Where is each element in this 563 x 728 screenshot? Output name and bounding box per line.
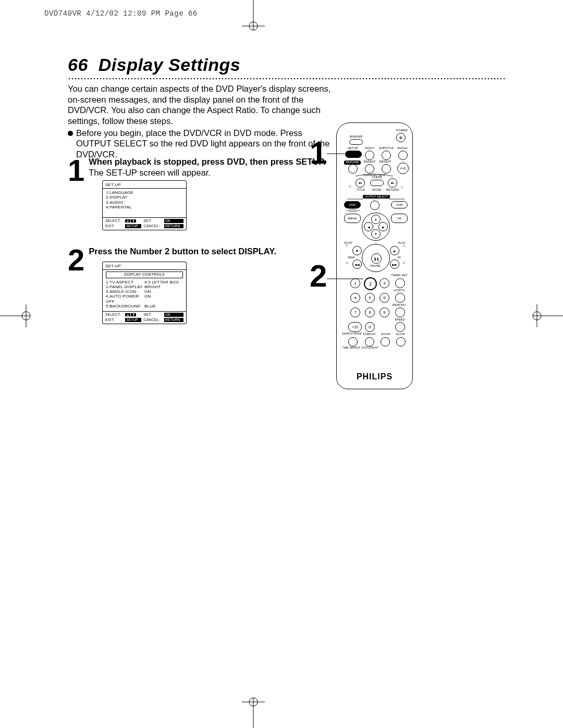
osd1-arrows-icon: ▲▼ bbox=[125, 219, 141, 223]
numpad-9-button[interactable]: 9 bbox=[380, 307, 389, 317]
numpad-7-button[interactable]: 7 bbox=[350, 307, 360, 317]
dvd-button[interactable]: DVD bbox=[344, 201, 361, 208]
searchmode-label: SEARCH MODE bbox=[342, 333, 362, 336]
osd1-item: 3.AUDIO bbox=[106, 200, 183, 205]
numpad-5-button[interactable]: 5 bbox=[365, 293, 375, 303]
osd2-cancel-label: CANCEL: bbox=[143, 318, 162, 322]
skip-prev-button[interactable]: ⏮ bbox=[356, 178, 365, 188]
brand-logo: PHILIPS bbox=[337, 372, 412, 381]
step-1: 1 When playback is stopped, press DVD, t… bbox=[68, 155, 328, 182]
play-button[interactable]: ▶ bbox=[390, 246, 399, 255]
osd1-setup-key: SETUP bbox=[125, 224, 141, 228]
skip-prev-v-icon: ▽ bbox=[346, 186, 354, 189]
zoom-label: ZOOM bbox=[380, 333, 392, 336]
osd-display-controls-screen: SET-UP DISPLAY CONTROLS 1.TV ASPECT4:3 L… bbox=[102, 262, 187, 324]
osd-setup-screen: SET-UP 1.LANGUAGE 2.DISPLAY 3.AUDIO 4.PA… bbox=[102, 180, 187, 230]
step-1-bold: When playback is stopped, press DVD, the… bbox=[89, 157, 326, 166]
osd2-row-l: 3.ANGLE ICON bbox=[106, 289, 144, 294]
step-2-bold: Press the Number 2 button to select DISP… bbox=[89, 246, 276, 256]
audio-button[interactable] bbox=[365, 151, 374, 160]
osd2-title: SET-UP bbox=[103, 262, 186, 270]
ab-button[interactable]: A-B bbox=[397, 163, 409, 174]
display-label: DISPLAY bbox=[362, 333, 377, 336]
speed-label: SPEED bbox=[393, 318, 407, 322]
timer-set-button[interactable] bbox=[395, 278, 405, 288]
dpad-left-button[interactable]: ◀ bbox=[364, 222, 373, 231]
numpad-0-button[interactable]: 0 bbox=[365, 322, 375, 332]
step-1-number: 1 bbox=[68, 158, 84, 182]
callout-line-2 bbox=[327, 268, 363, 289]
osd2-row-l: 1.TV ASPECT bbox=[106, 280, 144, 285]
numpad-4-button[interactable]: 4 bbox=[350, 293, 360, 303]
osd2-row-l: 5.BACKGROUND bbox=[106, 304, 144, 309]
crop-mark-left bbox=[0, 300, 31, 331]
subtitle-button[interactable] bbox=[382, 151, 391, 160]
step-1-text: When playback is stopped, press DVD, the… bbox=[89, 155, 328, 182]
return-label: RETURN bbox=[386, 189, 399, 192]
dpad-right-button[interactable]: ▶ bbox=[378, 222, 388, 231]
numpad-3-button[interactable]: 3 bbox=[380, 278, 389, 288]
osd1-item: 2.DISPLAY bbox=[106, 195, 183, 200]
numpad-2-button[interactable]: 2 bbox=[364, 277, 377, 290]
clear-button[interactable] bbox=[370, 180, 384, 186]
osd2-row-l: 2.PANEL DISPLAY bbox=[106, 285, 144, 289]
dpad-up-button[interactable]: ▲ bbox=[371, 215, 381, 224]
status-exit-label: STATUS/EXIT bbox=[360, 347, 381, 350]
remote-control: POWER ⏻ MARKER SETUP AUDIO SUBTITLE ANGL… bbox=[336, 122, 412, 389]
menu-button[interactable]: MENU bbox=[344, 214, 361, 223]
speed-button[interactable] bbox=[395, 322, 405, 332]
skip-next-button[interactable]: ⏭ bbox=[388, 178, 397, 188]
slow-label: SLOW bbox=[394, 333, 407, 336]
rew-label: REW bbox=[346, 256, 357, 260]
osd2-subtitle: DISPLAY CONTROLS bbox=[106, 272, 183, 278]
osd1-ok-key: OK bbox=[164, 219, 183, 223]
osd2-row-r: ON bbox=[144, 294, 183, 303]
pause-button[interactable]: ❚❚ bbox=[371, 253, 382, 264]
ok-button[interactable]: OK bbox=[391, 214, 408, 223]
time-search-label: TIME SEARCH bbox=[341, 347, 362, 350]
osd1-select-label: SELECT: bbox=[105, 219, 123, 223]
memory-button[interactable] bbox=[395, 307, 405, 317]
title-label: TITLE bbox=[356, 189, 366, 192]
repeat-label: REPEAT bbox=[363, 161, 376, 164]
crop-mark-right bbox=[532, 300, 563, 331]
marker-label: MARKER bbox=[348, 135, 364, 139]
audio-label: AUDIO bbox=[363, 147, 376, 150]
setup-button[interactable] bbox=[345, 151, 362, 158]
play-v-icon: △ bbox=[401, 244, 408, 248]
searchmode-button[interactable] bbox=[348, 337, 358, 347]
vcr-tv-button[interactable] bbox=[395, 293, 405, 303]
osd2-arrows-icon: ▲▼ bbox=[125, 313, 141, 317]
numpad-6-button[interactable]: 6 bbox=[380, 293, 389, 303]
numpad-8-button[interactable]: 8 bbox=[365, 307, 375, 317]
ff-button[interactable]: ▶▶ bbox=[390, 260, 399, 269]
osd2-exit-label: EXIT: bbox=[105, 318, 123, 322]
repeat-ab-button[interactable] bbox=[382, 164, 391, 174]
output-select-button[interactable] bbox=[370, 201, 380, 210]
resume-button[interactable] bbox=[348, 164, 358, 174]
clear-label: CLEAR bbox=[371, 176, 383, 179]
osd2-body: 1.TV ASPECT4:3 LETTER BOX 2.PANEL DISPLA… bbox=[103, 278, 186, 311]
osd2-footer: SELECT: ▲▼ SET: OK EXIT: SETUP CANCEL: R… bbox=[103, 311, 186, 324]
osd1-item: 4.PARENTAL bbox=[106, 205, 183, 209]
osd1-item: 1.LANGUAGE bbox=[106, 190, 183, 195]
marker-button[interactable] bbox=[349, 139, 363, 145]
zoom-button[interactable] bbox=[381, 337, 390, 347]
osd2-set-label: SET: bbox=[143, 313, 162, 317]
angle-button[interactable] bbox=[398, 151, 408, 160]
slow-button[interactable] bbox=[396, 337, 406, 347]
osd2-return-key: RETURN bbox=[164, 318, 183, 322]
osd1-body: 1.LANGUAGE 2.DISPLAY 3.AUDIO 4.PARENTAL bbox=[103, 189, 186, 217]
osd1-cancel-label: CANCEL: bbox=[143, 224, 162, 228]
rew-button[interactable]: ◀◀ bbox=[352, 260, 362, 269]
dpad-down-button[interactable]: ▼ bbox=[371, 229, 381, 239]
display-button[interactable] bbox=[365, 337, 374, 347]
stop-button[interactable]: ■ bbox=[352, 246, 362, 255]
osd2-row-r: BRIGHT bbox=[144, 285, 183, 289]
vcr-button[interactable]: VCR bbox=[391, 201, 408, 208]
osd2-row-r: 4:3 LETTER BOX bbox=[144, 280, 183, 285]
osd1-return-key: RETURN bbox=[164, 224, 183, 228]
repeat-button[interactable] bbox=[365, 164, 374, 174]
numpad-plus10-button[interactable]: +10 bbox=[348, 322, 362, 332]
power-button[interactable]: ⏻ bbox=[396, 133, 406, 142]
